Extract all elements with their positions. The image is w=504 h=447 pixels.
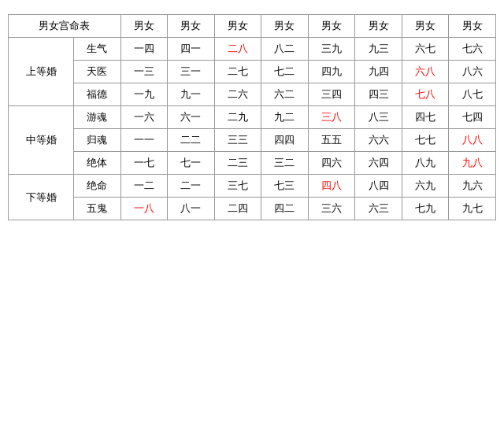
cell: 二九 [214, 106, 261, 129]
cell: 六九 [402, 175, 449, 198]
cell: 六三 [355, 198, 402, 220]
cell: 四二 [261, 198, 309, 220]
cell: 三三 [214, 129, 261, 152]
group-label-2: 下等婚 [9, 175, 74, 220]
cell: 一二 [120, 175, 168, 198]
cell: 七二 [261, 61, 309, 83]
cell: 九一 [168, 83, 215, 106]
sub-label: 天医 [74, 61, 121, 83]
cell: 九四 [355, 61, 402, 83]
table-row: 中等婚游魂一六六一二九九二三八八三四七七四 [9, 106, 496, 129]
sub-label: 五鬼 [74, 198, 121, 220]
cell: 三七 [214, 175, 261, 198]
header-col-5: 男女 [308, 15, 355, 38]
header-col-7: 男女 [402, 15, 449, 38]
cell: 七九 [402, 198, 449, 220]
cell: 三四 [308, 83, 355, 106]
sub-label: 福德 [74, 83, 121, 106]
header-col-2: 男女 [168, 15, 215, 38]
cell: 七六 [449, 38, 496, 61]
cell: 四六 [308, 152, 355, 175]
group-label-1: 中等婚 [9, 106, 74, 175]
cell: 三八 [308, 106, 355, 129]
header-col-1: 男女 [120, 15, 168, 38]
cell: 六六 [355, 129, 402, 152]
cell: 四四 [261, 129, 309, 152]
cell: 一一 [120, 129, 168, 152]
cell: 三二 [261, 152, 309, 175]
cell: 八六 [449, 61, 496, 83]
cell: 二三 [214, 152, 261, 175]
header-col-6: 男女 [355, 15, 402, 38]
cell: 二七 [214, 61, 261, 83]
cell: 三九 [308, 38, 355, 61]
cell: 八七 [449, 83, 496, 106]
cell: 二二 [168, 129, 215, 152]
table-row: 绝体一七七一二三三二四六六四八九九八 [9, 152, 496, 175]
cell: 七四 [449, 106, 496, 129]
cell: 九六 [449, 175, 496, 198]
cell: 七八 [402, 83, 449, 106]
group-label-0: 上等婚 [9, 38, 74, 106]
cell: 八九 [402, 152, 449, 175]
cell: 二八 [214, 38, 261, 61]
table-row: 上等婚生气一四四一二八八二三九九三六七七六 [9, 38, 496, 61]
cell: 一七 [120, 152, 168, 175]
sub-label: 绝命 [74, 175, 121, 198]
cell: 三六 [308, 198, 355, 220]
cell: 一六 [120, 106, 168, 129]
sub-label: 生气 [74, 38, 121, 61]
sub-label: 绝体 [74, 152, 121, 175]
cell: 四八 [308, 175, 355, 198]
table-row: 归魂一一二二三三四四五五六六七七八八 [9, 129, 496, 152]
sub-label: 游魂 [74, 106, 121, 129]
cell: 一九 [120, 83, 168, 106]
cell: 四七 [402, 106, 449, 129]
cell: 二六 [214, 83, 261, 106]
cell: 一八 [120, 198, 168, 220]
cell: 三一 [168, 61, 215, 83]
cell: 四九 [308, 61, 355, 83]
cell: 九三 [355, 38, 402, 61]
header-col-8: 男女 [449, 15, 496, 38]
cell: 八四 [355, 175, 402, 198]
cell: 二一 [168, 175, 215, 198]
cell: 七一 [168, 152, 215, 175]
cell: 九七 [449, 198, 496, 220]
cell: 四三 [355, 83, 402, 106]
cell: 八三 [355, 106, 402, 129]
cell: 八二 [261, 38, 309, 61]
cell: 六四 [355, 152, 402, 175]
header-col0: 男女宫命表 [9, 15, 121, 38]
cell: 二四 [214, 198, 261, 220]
header-col-4: 男女 [261, 15, 309, 38]
cell: 四一 [168, 38, 215, 61]
cell: 九八 [449, 152, 496, 175]
table-row: 福德一九九一二六六二三四四三七八八七 [9, 83, 496, 106]
cell: 八八 [449, 129, 496, 152]
cell: 九二 [261, 106, 309, 129]
main-table: 男女宫命表男女男女男女男女男女男女男女男女上等婚生气一四四一二八八二三九九三六七… [8, 14, 496, 220]
cell: 六八 [402, 61, 449, 83]
cell: 五五 [308, 129, 355, 152]
cell: 一三 [120, 61, 168, 83]
table-row: 五鬼一八八一二四四二三六六三七九九七 [9, 198, 496, 220]
cell: 七七 [402, 129, 449, 152]
cell: 六一 [168, 106, 215, 129]
table-row: 下等婚绝命一二二一三七七三四八八四六九九六 [9, 175, 496, 198]
cell: 六二 [261, 83, 309, 106]
table-row: 天医一三三一二七七二四九九四六八八六 [9, 61, 496, 83]
cell: 七三 [261, 175, 309, 198]
cell: 八一 [168, 198, 215, 220]
cell: 六七 [402, 38, 449, 61]
header-col-3: 男女 [214, 15, 261, 38]
sub-label: 归魂 [74, 129, 121, 152]
cell: 一四 [120, 38, 168, 61]
